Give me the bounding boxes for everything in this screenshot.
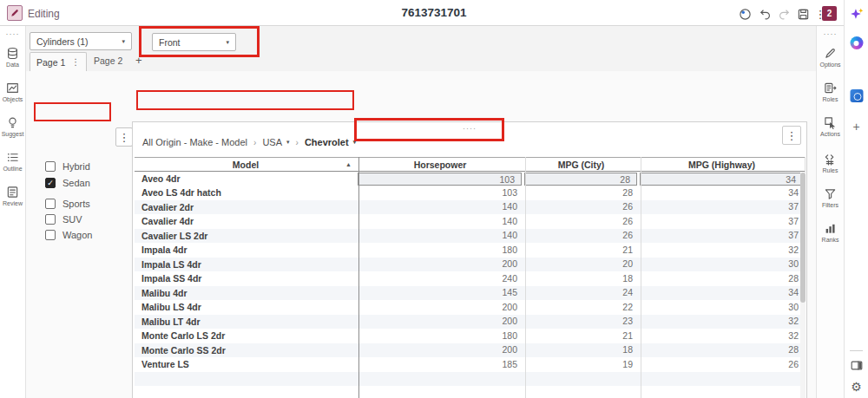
table-scrollbar-thumb[interactable] [800, 173, 806, 303]
model-cell[interactable]: Monte Carlo LS 2dr [135, 329, 357, 343]
model-cell[interactable]: Cavalier 2dr [135, 200, 357, 215]
sidebar-item-suggest[interactable]: Suggest [0, 116, 25, 137]
model-cell[interactable]: Monte Carlo SS 2dr [135, 343, 357, 358]
model-cell[interactable]: Cavalier LS 2dr [135, 229, 357, 244]
horsepower-cell[interactable]: 180 [357, 243, 523, 258]
sidebar-item-objects[interactable]: Objects [0, 82, 25, 102]
mpg-city-cell[interactable]: 24 [523, 286, 639, 301]
cylinders-filter-dropdown[interactable]: Cylinders (1) ▾ [30, 32, 132, 50]
horsepower-cell[interactable]: 200 [357, 300, 523, 315]
tab-menu-icon[interactable]: ⋮ [71, 57, 80, 67]
table-row[interactable]: Impala 4dr 180 21 32 [135, 243, 805, 258]
tab-page-1[interactable]: Page 1 ⋮ [30, 52, 87, 71]
mpg-highway-cell[interactable]: 37 [639, 214, 805, 229]
mpg-city-cell[interactable]: 28 [523, 186, 639, 200]
model-cell[interactable]: Aveo 4dr [135, 172, 357, 186]
rail-handle-icon[interactable]: ···· [817, 29, 844, 38]
table-row[interactable]: Monte Carlo SS 2dr 200 18 28 [135, 343, 805, 358]
panel-item-roles[interactable]: Roles [817, 82, 844, 102]
rail-handle-icon[interactable]: ···· [0, 29, 25, 38]
mpg-highway-cell[interactable]: 30 [639, 258, 805, 272]
column-header-horsepower[interactable]: Horsepower [357, 158, 523, 172]
assistant-swirl-icon[interactable] [850, 36, 863, 49]
horsepower-cell[interactable]: 103 [357, 172, 523, 186]
table-row[interactable]: Malibu LS 4dr 200 22 30 [135, 300, 805, 315]
breadcrumb-country[interactable]: USA ▾ [262, 137, 289, 147]
model-cell[interactable]: Malibu LS 4dr [135, 300, 357, 315]
table-row[interactable]: Cavalier 2dr 140 26 37 [135, 200, 805, 215]
model-cell[interactable]: Aveo LS 4dr hatch [135, 186, 357, 200]
mpg-city-cell[interactable]: 18 [523, 343, 639, 358]
globe-icon[interactable] [737, 6, 753, 22]
mpg-highway-cell[interactable]: 28 [639, 271, 805, 286]
panel-item-rules[interactable]: Rules [817, 153, 844, 173]
table-row[interactable]: Aveo LS 4dr hatch 103 28 34 [135, 186, 805, 200]
mpg-highway-cell[interactable]: 37 [639, 200, 805, 215]
tab-page-2[interactable]: Page 2 [94, 55, 122, 66]
sidebar-item-outline[interactable]: Outline [0, 151, 25, 172]
mpg-city-cell[interactable]: 28 [523, 172, 639, 186]
add-icon[interactable]: + [852, 120, 859, 134]
mpg-city-cell[interactable]: 26 [523, 229, 639, 244]
panel-item-ranks[interactable]: Ranks [817, 222, 844, 243]
category-checkbox-row[interactable]: SUV [45, 214, 82, 225]
edit-mode-icon[interactable] [7, 5, 23, 21]
horsepower-cell[interactable]: 200 [357, 343, 523, 358]
mpg-city-cell[interactable]: 21 [523, 329, 639, 343]
redo-icon[interactable] [776, 6, 792, 22]
notification-badge[interactable]: 2 [822, 6, 837, 21]
horsepower-cell[interactable]: 240 [357, 271, 523, 286]
column-header-mpg-city[interactable]: MPG (City) [523, 158, 639, 172]
sidebar-item-review[interactable]: Review [0, 186, 25, 206]
mpg-city-cell[interactable]: 20 [523, 258, 639, 272]
model-cell[interactable]: Venture LS [135, 357, 357, 372]
checkbox[interactable]: ✓ [45, 178, 56, 188]
mpg-highway-cell[interactable]: 34 [639, 186, 805, 200]
breadcrumb-root[interactable]: All Origin - Make - Model [142, 137, 247, 147]
breadcrumb-make[interactable]: Chevrolet ▾ [305, 137, 356, 147]
column-header-mpg-highway[interactable]: MPG (Highway) [639, 158, 805, 172]
table-row[interactable]: Impala LS 4dr 200 20 30 [135, 258, 805, 272]
checkbox[interactable] [45, 161, 56, 172]
horsepower-cell[interactable]: 185 [357, 357, 523, 372]
checkbox[interactable] [45, 214, 56, 225]
mpg-city-cell[interactable]: 26 [523, 214, 639, 229]
horsepower-cell[interactable]: 180 [357, 329, 523, 343]
horsepower-cell[interactable]: 145 [357, 286, 523, 301]
mpg-highway-cell[interactable]: 30 [639, 300, 805, 315]
panel-item-actions[interactable]: Actions [817, 116, 844, 137]
category-checkbox-row[interactable]: Sports [45, 199, 90, 209]
mpg-city-cell[interactable]: 23 [523, 315, 639, 329]
ai-sparkle-icon[interactable] [849, 7, 864, 25]
mpg-highway-cell[interactable]: 26 [639, 357, 805, 372]
panel-drag-handle[interactable]: ···· [463, 124, 477, 133]
mpg-highway-cell[interactable]: 32 [639, 243, 805, 258]
horsepower-cell[interactable]: 200 [357, 258, 523, 272]
horsepower-cell[interactable]: 140 [357, 229, 523, 244]
save-icon[interactable] [795, 6, 811, 22]
table-row[interactable]: Monte Carlo LS 2dr 180 21 32 [135, 329, 805, 343]
mpg-highway-cell[interactable]: 32 [639, 329, 805, 343]
category-checkbox-row[interactable]: Wagon [45, 230, 92, 240]
panel-item-options[interactable]: Options [817, 47, 844, 68]
model-cell[interactable]: Malibu LT 4dr [135, 315, 357, 329]
table-row[interactable]: Cavalier 4dr 140 26 37 [135, 214, 805, 229]
category-checkbox-row[interactable]: ✓ Sedan [45, 178, 90, 188]
horsepower-cell[interactable]: 140 [357, 200, 523, 215]
table-row[interactable]: Aveo 4dr 103 28 34 [135, 172, 805, 186]
table-row[interactable]: Malibu LT 4dr 200 23 32 [135, 315, 805, 329]
list-object-menu-icon[interactable]: ⋮ [115, 127, 133, 147]
table-object-menu-icon[interactable]: ⋮ [782, 126, 801, 145]
capture-icon[interactable] [850, 89, 863, 102]
mpg-city-cell[interactable]: 22 [523, 300, 639, 315]
model-cell[interactable]: Impala 4dr [135, 243, 357, 258]
model-cell[interactable]: Impala SS 4dr [135, 271, 357, 286]
table-row[interactable]: Malibu 4dr 145 24 34 [135, 286, 805, 301]
settings-gear-icon[interactable]: ⚙ [851, 380, 862, 394]
mpg-highway-cell[interactable]: 28 [639, 343, 805, 358]
add-page-button[interactable]: + [135, 54, 142, 67]
sidebar-item-data[interactable]: Data [0, 47, 25, 68]
mpg-city-cell[interactable]: 26 [523, 200, 639, 215]
mpg-highway-cell[interactable]: 34 [639, 286, 805, 301]
panel-item-filters[interactable]: Filters [817, 187, 844, 208]
